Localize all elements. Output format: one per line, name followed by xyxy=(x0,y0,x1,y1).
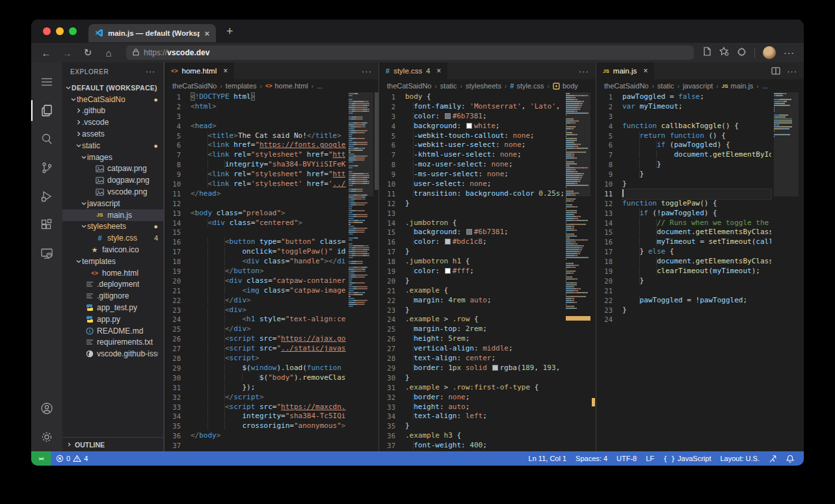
line-number[interactable]: 13 xyxy=(596,209,622,219)
explorer-item-catpaw.png[interactable]: catpaw.png xyxy=(62,163,163,175)
breadcrumb-item[interactable]: javascript xyxy=(683,82,713,90)
line-number[interactable]: 13 xyxy=(379,209,405,219)
code-line[interactable]: 22 margin: 4rem auto; xyxy=(379,296,596,306)
line-number[interactable]: 11 xyxy=(165,189,191,199)
explorer-item-.vscode[interactable]: .vscode xyxy=(62,116,163,128)
line-number[interactable]: 4 xyxy=(596,122,622,131)
code-line[interactable]: 4<head> xyxy=(165,122,378,131)
address-bar[interactable]: https:// vscode.dev xyxy=(126,46,694,60)
explorer-item-images[interactable]: images xyxy=(62,152,163,163)
code-line[interactable]: 23} xyxy=(596,306,804,315)
code-line[interactable]: 1pawToggled = false; xyxy=(596,92,804,102)
line-number[interactable]: 23 xyxy=(596,306,622,315)
problems-status[interactable]: 0 4 xyxy=(51,455,93,462)
minimap-slider[interactable] xyxy=(566,92,590,196)
explorer-item-main.js[interactable]: JSmain.js xyxy=(62,209,163,221)
line-number[interactable]: 3 xyxy=(596,112,622,122)
line-number[interactable]: 17 xyxy=(379,247,405,257)
line-number[interactable]: 34 xyxy=(379,412,405,421)
line-number[interactable]: 26 xyxy=(165,334,191,344)
code-line[interactable]: 14 <div class="centered"> xyxy=(165,219,378,228)
line-number[interactable]: 5 xyxy=(379,131,405,141)
code-line[interactable]: 27 <script src="../static/javasc xyxy=(165,344,378,354)
line-number[interactable]: 25 xyxy=(165,325,191,334)
code-line[interactable]: 31 }); xyxy=(165,383,378,393)
code-line[interactable]: 36.example h3 { xyxy=(379,431,596,441)
activity-source-control-icon[interactable] xyxy=(31,153,62,182)
code-line[interactable]: 14 // Runs when we toggle the b xyxy=(596,219,804,228)
code-line[interactable]: 33 height: auto; xyxy=(379,403,596,412)
code-line[interactable]: 9 } xyxy=(596,170,804,179)
explorer-item-app.py[interactable]: app.py xyxy=(62,313,163,325)
explorer-item-vscode.png[interactable]: vscode.png xyxy=(62,186,163,198)
line-number[interactable]: 23 xyxy=(165,306,191,315)
line-number[interactable]: 5 xyxy=(596,131,622,141)
status-item-layout-u-s-[interactable]: Layout: U.S. xyxy=(715,455,764,462)
code-line[interactable]: 12} xyxy=(379,199,596,209)
line-number[interactable]: 31 xyxy=(165,383,191,393)
line-number[interactable]: 20 xyxy=(165,276,191,286)
code-line[interactable]: 24 xyxy=(596,315,804,325)
activity-remote-explorer-icon[interactable] xyxy=(31,239,62,268)
line-number[interactable]: 18 xyxy=(165,257,191,267)
code-line[interactable]: 32 </script> xyxy=(165,393,378,403)
minimize-window-button[interactable] xyxy=(56,27,64,35)
line-number[interactable]: 1 xyxy=(165,92,191,102)
code-line[interactable]: 26 height: 5rem; xyxy=(379,334,596,344)
line-number[interactable]: 22 xyxy=(596,296,622,306)
activity-account-icon[interactable] xyxy=(31,394,62,423)
code-line[interactable]: 13 if (!pawToggled) { xyxy=(596,209,804,219)
line-number[interactable]: 9 xyxy=(596,170,622,179)
code-line[interactable]: 17} xyxy=(379,247,596,257)
status-item-utf-8[interactable]: UTF-8 xyxy=(612,455,641,462)
new-tab-button[interactable]: + xyxy=(226,25,233,38)
code-line[interactable]: 28 <script> xyxy=(165,354,378,364)
code-editor-style.css[interactable]: 1body {2 font-family: 'Montserrat', 'Lat… xyxy=(379,92,596,451)
code-line[interactable]: 7 <link rel="stylesheet" href="https xyxy=(165,150,378,160)
code-line[interactable]: 27 vertical-align: middle; xyxy=(379,344,596,354)
tab-close-icon[interactable]: × xyxy=(643,67,648,75)
line-number[interactable]: 27 xyxy=(379,344,405,354)
code-line[interactable]: 34 text-align: left; xyxy=(379,412,596,421)
explorer-item-default-workspace-[interactable]: DEFAULT (WORKSPACE) xyxy=(62,82,163,94)
line-number[interactable]: 18 xyxy=(596,257,622,267)
code-line[interactable]: 3 xyxy=(165,112,378,122)
line-number[interactable]: 12 xyxy=(596,199,622,209)
activity-files-icon[interactable] xyxy=(31,96,62,125)
code-line[interactable]: 12function togglePaw() { xyxy=(596,199,804,209)
code-line[interactable]: 2var myTimeout; xyxy=(596,102,804,112)
line-number[interactable]: 7 xyxy=(379,150,405,160)
editor-more-icon[interactable]: ··· xyxy=(579,66,589,76)
line-number[interactable]: 37 xyxy=(165,441,191,451)
explorer-item-favicon.ico[interactable]: ★favicon.ico xyxy=(62,244,163,256)
line-number[interactable]: 28 xyxy=(379,354,405,364)
code-line[interactable]: 37 font-weight: 400; xyxy=(379,441,596,451)
breadcrumb-item[interactable]: static xyxy=(657,82,674,90)
explorer-item-thecatsaidno[interactable]: theCatSaidNo● xyxy=(62,94,163,105)
line-number[interactable]: 37 xyxy=(379,441,405,451)
code-line[interactable]: 21 xyxy=(596,286,804,296)
back-icon[interactable]: ← xyxy=(38,47,55,59)
line-number[interactable]: 14 xyxy=(596,219,622,228)
explorer-item-templates[interactable]: templates xyxy=(62,256,163,267)
code-line[interactable]: 5 <title>The Cat said No!</title> xyxy=(165,131,378,141)
code-line[interactable]: 15 document.getElementsByClassN xyxy=(596,228,804,237)
breadcrumb-item[interactable]: #style.css xyxy=(510,82,544,90)
explorer-item-assets[interactable]: assets xyxy=(62,128,163,140)
code-line[interactable]: 25 margin-top: 2rem; xyxy=(379,325,596,334)
line-number[interactable]: 32 xyxy=(379,393,405,403)
zoom-window-button[interactable] xyxy=(69,27,77,35)
explorer-item-style.css[interactable]: #style.css4 xyxy=(62,232,163,244)
line-number[interactable]: 3 xyxy=(165,112,191,122)
line-number[interactable]: 10 xyxy=(165,179,191,189)
code-line[interactable]: 13<body class="preload"> xyxy=(165,209,378,219)
line-number[interactable]: 28 xyxy=(165,354,191,364)
code-line[interactable]: 11 xyxy=(596,189,804,199)
code-line[interactable]: 17 } else { xyxy=(596,247,804,257)
code-line[interactable]: 5 return function () { xyxy=(596,131,804,141)
line-number[interactable]: 20 xyxy=(379,276,405,286)
line-number[interactable]: 16 xyxy=(379,237,405,247)
line-number[interactable]: 10 xyxy=(379,179,405,189)
code-line[interactable]: 5 -webkit-touch-callout: none; xyxy=(379,131,596,141)
editor-more-icon[interactable]: ··· xyxy=(787,66,797,76)
